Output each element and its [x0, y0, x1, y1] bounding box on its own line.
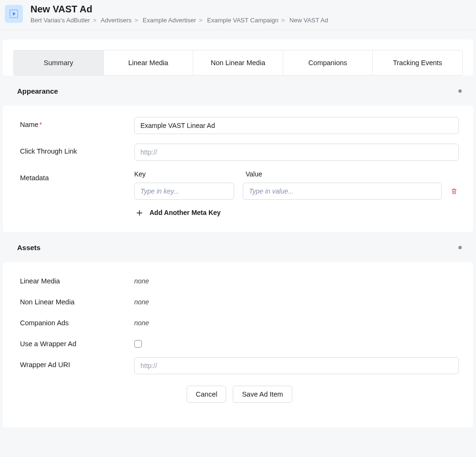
name-input[interactable]: [134, 117, 459, 134]
delete-meta-button[interactable]: [450, 187, 459, 195]
tab-non-linear-media[interactable]: Non Linear Media: [193, 50, 283, 75]
tabs: Summary Linear Media Non Linear Media Co…: [13, 50, 463, 76]
metadata-key-header: Key: [134, 170, 234, 178]
tab-summary[interactable]: Summary: [14, 50, 104, 75]
wrapper-uri-label: Wrapper Ad URI: [20, 357, 134, 369]
section-title-appearance: Appearance: [17, 87, 58, 95]
companion-ads-value: none: [134, 315, 459, 327]
companion-ads-label: Companion Ads: [20, 315, 134, 327]
click-through-label: Click Through Link: [20, 144, 134, 155]
breadcrumb-item[interactable]: Advertisers: [101, 17, 132, 24]
tab-tracking-events[interactable]: Tracking Events: [373, 50, 462, 75]
name-label: Name*: [20, 117, 134, 128]
breadcrumb-item[interactable]: Bert Varias's AdButler: [30, 17, 90, 24]
cancel-button[interactable]: Cancel: [187, 386, 226, 403]
trash-icon: [450, 187, 458, 195]
breadcrumb-item[interactable]: Example Advertiser: [143, 17, 196, 24]
non-linear-media-value: none: [134, 294, 459, 306]
wrapper-checkbox[interactable]: [134, 340, 142, 348]
section-collapse-dot[interactable]: [458, 89, 462, 93]
wrapper-uri-input[interactable]: [134, 357, 459, 374]
non-linear-media-label: Non Linear Media: [20, 294, 134, 306]
tab-companions[interactable]: Companions: [283, 50, 373, 75]
metadata-value-input[interactable]: [243, 183, 442, 200]
click-through-input[interactable]: [134, 144, 459, 161]
add-meta-button[interactable]: ＋ Add Another Meta Key: [134, 207, 459, 218]
plus-icon: ＋: [134, 207, 145, 218]
metadata-value-header: Value: [246, 170, 262, 178]
video-icon: [9, 9, 19, 19]
breadcrumb-item[interactable]: New VAST Ad: [289, 17, 328, 24]
linear-media-label: Linear Media: [20, 273, 134, 285]
section-title-assets: Assets: [17, 243, 40, 252]
page-title: New VAST Ad: [30, 4, 470, 15]
tab-linear-media[interactable]: Linear Media: [104, 50, 194, 75]
section-collapse-dot[interactable]: [458, 246, 462, 249]
save-button[interactable]: Save Ad Item: [233, 386, 292, 403]
wrapper-checkbox-label: Use a Wrapper Ad: [20, 336, 134, 348]
linear-media-value: none: [134, 273, 459, 285]
breadcrumb-item[interactable]: Example VAST Campaign: [207, 17, 278, 24]
metadata-key-input[interactable]: [134, 183, 234, 200]
metadata-label: Metadata: [20, 170, 134, 182]
required-mark: *: [40, 121, 42, 128]
breadcrumb: Bert Varias's AdButler> Advertisers> Exa…: [30, 17, 470, 24]
app-icon: [5, 5, 23, 23]
